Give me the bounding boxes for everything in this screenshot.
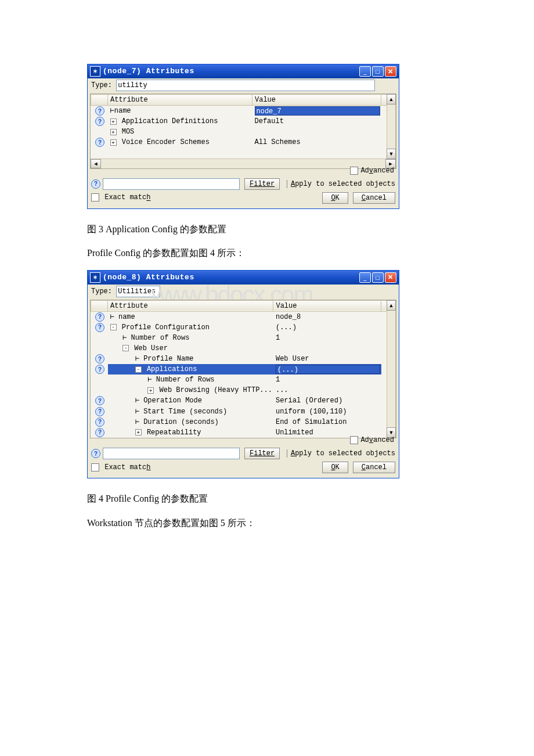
attribute-name: Web Browsing (Heavy HTTP... — [160, 386, 272, 394]
filter-input[interactable] — [103, 448, 240, 459]
ok-button[interactable]: OK — [322, 192, 348, 204]
table-row[interactable]: ?⊢namenode_7 — [91, 106, 396, 117]
table-row[interactable]: ?- Profile Configuration(...) — [91, 322, 396, 333]
table-row[interactable]: ? ⊢ Operation ModeSerial (Ordered) — [91, 395, 396, 406]
close-button[interactable]: ✕ — [385, 272, 396, 283]
attribute-value[interactable]: node_7 — [252, 106, 381, 117]
titlebar[interactable]: ✶ (node_8) Attributes _ □ ✕ — [88, 271, 399, 285]
close-button[interactable]: ✕ — [385, 66, 396, 77]
scroll-left-icon[interactable]: ◄ — [91, 159, 101, 168]
maximize-button[interactable]: □ — [372, 66, 384, 77]
attribute-name: Profile Name — [143, 355, 193, 363]
type-label: Type: — [91, 287, 112, 296]
app-icon: ✶ — [90, 66, 100, 77]
attribute-value[interactable]: ... — [273, 385, 381, 395]
attribute-value[interactable]: All Schemes — [252, 137, 381, 147]
tree-expander-icon[interactable]: - — [122, 345, 129, 351]
app-icon: ✶ — [90, 272, 100, 283]
attribute-value[interactable] — [252, 127, 381, 137]
col-value[interactable]: Value — [252, 95, 381, 106]
tree-expander-icon[interactable]: + — [147, 387, 154, 394]
attribute-value[interactable]: (...) — [273, 364, 381, 375]
attribute-grid: Attribute Value ?⊢ namenode_8?- Profile … — [90, 300, 396, 438]
type-field[interactable] — [116, 80, 375, 91]
scroll-down-icon[interactable]: ▼ — [387, 149, 396, 159]
help-icon[interactable]: ? — [95, 428, 104, 437]
filter-button[interactable]: Filter — [244, 178, 280, 190]
attribute-value[interactable]: 1 — [273, 333, 381, 343]
table-row[interactable]: ? ⊢ Start Time (seconds)uniform (100,110… — [91, 406, 396, 417]
type-label: Type: — [91, 81, 112, 89]
help-icon[interactable]: ? — [95, 106, 104, 116]
minimize-button[interactable]: _ — [359, 272, 371, 283]
scroll-up-icon[interactable]: ▲ — [387, 94, 396, 105]
table-row[interactable]: ?+ Voice Encoder SchemesAll Schemes — [91, 137, 396, 147]
help-icon[interactable]: ? — [95, 396, 104, 405]
attribute-value[interactable]: node_8 — [273, 311, 381, 322]
col-value[interactable]: Value — [273, 300, 381, 311]
scroll-up-icon[interactable]: ▲ — [387, 300, 396, 311]
help-icon[interactable]: ? — [95, 354, 104, 363]
help-icon[interactable]: ? — [95, 138, 104, 147]
help-icon[interactable]: ? — [95, 417, 104, 427]
col-attribute[interactable]: Attribute — [108, 300, 273, 311]
table-row[interactable]: + Web Browsing (Heavy HTTP...... — [91, 385, 396, 395]
table-row[interactable]: ? - Applications(...) — [91, 364, 396, 375]
tree-expander-icon[interactable]: + — [135, 429, 142, 435]
help-icon[interactable]: ? — [95, 117, 104, 126]
attribute-name: Applications — [147, 365, 197, 373]
filter-input[interactable] — [103, 178, 240, 190]
table-row[interactable]: ? ⊢ Duration (seconds)End of Simulation — [91, 417, 396, 427]
help-icon[interactable]: ? — [95, 365, 104, 374]
help-icon[interactable]: ? — [91, 449, 100, 458]
tree-indent — [110, 408, 135, 416]
help-icon[interactable]: ? — [95, 323, 104, 332]
help-icon[interactable]: ? — [95, 312, 104, 322]
profile-config-text: Profile Config 的参数配置如图 4 所示： — [87, 246, 447, 261]
attribute-value[interactable] — [273, 343, 381, 354]
cancel-button[interactable]: Cancel — [353, 462, 395, 473]
attribute-value[interactable]: Web User — [273, 354, 381, 364]
tree-expander-icon[interactable]: - — [110, 324, 117, 330]
cancel-button[interactable]: Cancel — [353, 192, 395, 204]
attribute-value[interactable]: Serial (Ordered) — [273, 395, 381, 406]
table-row[interactable]: ? ⊢ Profile NameWeb User — [91, 354, 396, 364]
table-row[interactable]: ?+ Application DefinitionsDefault — [91, 116, 396, 127]
advanced-checkbox[interactable] — [350, 436, 358, 444]
maximize-button[interactable]: □ — [372, 272, 384, 283]
attribute-value[interactable]: End of Simulation — [273, 417, 381, 427]
advanced-label: Advanced — [360, 436, 394, 444]
attribute-value[interactable]: 1 — [273, 375, 381, 385]
advanced-checkbox[interactable] — [350, 167, 358, 175]
minimize-button[interactable]: _ — [359, 66, 371, 77]
attribute-value[interactable]: uniform (100,110) — [273, 406, 381, 417]
help-icon[interactable]: ? — [91, 179, 100, 189]
window-title: (node_8) Attributes — [103, 271, 359, 285]
exact-match-checkbox[interactable] — [91, 463, 99, 471]
tree-indent — [110, 418, 135, 426]
attribute-value[interactable]: Default — [252, 116, 381, 127]
table-row[interactable]: + MOS — [91, 127, 396, 137]
tree-expander-icon[interactable]: + — [110, 139, 117, 146]
table-row[interactable]: - Web User — [91, 343, 396, 354]
tree-expander-icon[interactable]: + — [110, 129, 117, 135]
tree-expander-icon[interactable]: - — [135, 366, 142, 373]
filter-button[interactable]: Filter — [244, 448, 280, 459]
type-field[interactable] — [116, 286, 160, 297]
v-scrollbar[interactable]: ▲ ▼ — [387, 300, 396, 438]
help-col — [91, 300, 108, 311]
col-attribute[interactable]: Attribute — [108, 95, 252, 106]
attribute-name: MOS — [122, 128, 135, 136]
exact-match-checkbox[interactable] — [91, 193, 99, 201]
attribute-value[interactable]: (...) — [273, 322, 381, 333]
tree-expander-icon[interactable]: + — [110, 118, 117, 125]
table-row[interactable]: ?⊢ namenode_8 — [91, 311, 396, 322]
ok-button[interactable]: OK — [322, 462, 348, 473]
table-row[interactable]: ⊢ Number of Rows1 — [91, 333, 396, 343]
tree-indent — [110, 355, 135, 363]
titlebar[interactable]: ✶ (node_7) Attributes _ □ ✕ — [88, 64, 399, 78]
table-row[interactable]: ⊢ Number of Rows1 — [91, 375, 396, 385]
v-scrollbar[interactable]: ▲ ▼ — [387, 94, 396, 159]
help-icon[interactable]: ? — [95, 407, 104, 416]
advanced-label: Advanced — [360, 167, 394, 175]
